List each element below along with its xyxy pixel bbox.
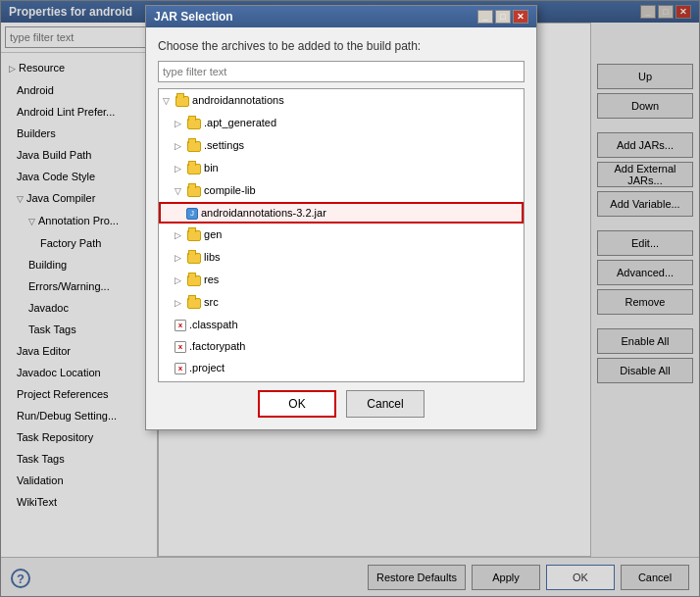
factorypath-icon: x — [175, 341, 186, 353]
expand-arrow: ▷ — [175, 294, 184, 312]
folder-icon — [187, 119, 201, 129]
modal-filter-input[interactable] — [158, 61, 525, 82]
tree-node-compile-lib[interactable]: ▽ compile-lib — [159, 179, 524, 202]
folder-icon — [187, 141, 201, 152]
tree-node-res[interactable]: ▷ res — [159, 269, 524, 291]
jar-file-icon: J — [186, 208, 198, 220]
expand-arrow: ▷ — [175, 249, 184, 267]
project-icon: x — [175, 363, 186, 374]
modal-body: Choose the archives to be added to the b… — [146, 27, 536, 429]
tree-node-settings[interactable]: ▷ .settings — [159, 134, 524, 157]
modal-cancel-button[interactable]: Cancel — [346, 390, 425, 418]
expand-arrow: ▷ — [175, 160, 184, 177]
tree-node-root[interactable]: ▽ androidannotations — [159, 89, 524, 112]
expand-arrow: ▽ — [175, 182, 184, 200]
modal-overlay: JAR Selection _ □ ✕ Choose the archives … — [0, 0, 700, 597]
modal-description: Choose the archives to be added to the b… — [158, 39, 525, 53]
modal-buttons: OK Cancel — [158, 382, 525, 422]
tree-node-apt-generated[interactable]: ▷ .apt_generated — [159, 112, 524, 134]
modal-minimize-button[interactable]: _ — [477, 10, 493, 24]
folder-icon — [187, 230, 201, 241]
folder-icon — [187, 253, 201, 264]
modal-maximize-button[interactable]: □ — [495, 10, 511, 24]
folder-icon — [187, 275, 201, 286]
modal-file-tree: ▽ androidannotations ▷ .apt_generated ▷ … — [158, 88, 525, 382]
modal-win-controls: _ □ ✕ — [477, 10, 528, 24]
classpath-icon: x — [175, 320, 186, 331]
tree-node-classpath[interactable]: x.classpath — [159, 314, 524, 335]
folder-icon — [187, 186, 201, 197]
jar-selection-dialog: JAR Selection _ □ ✕ Choose the archives … — [145, 5, 537, 430]
folder-icon — [175, 96, 189, 107]
tree-node-factorypath[interactable]: x.factorypath — [159, 335, 524, 357]
modal-title: JAR Selection — [154, 10, 233, 24]
tree-node-libs[interactable]: ▷ libs — [159, 246, 524, 269]
tree-node-jar-file[interactable]: Jandroidannotations-3.2.jar — [159, 202, 524, 224]
tree-node-androidmanifest[interactable]: XAndroidManifest.xml — [159, 378, 524, 382]
modal-titlebar: JAR Selection _ □ ✕ — [146, 6, 536, 27]
modal-ok-button[interactable]: OK — [258, 390, 336, 418]
modal-close-button[interactable]: ✕ — [513, 10, 528, 24]
expand-arrow: ▷ — [175, 272, 184, 289]
expand-arrow: ▷ — [175, 115, 184, 132]
folder-icon — [187, 298, 201, 309]
expand-arrow: ▽ — [163, 92, 173, 110]
tree-node-gen[interactable]: ▷ gen — [159, 224, 524, 246]
expand-arrow: ▷ — [175, 137, 184, 155]
folder-icon — [187, 164, 201, 174]
tree-node-src[interactable]: ▷ src — [159, 291, 524, 314]
expand-arrow: ▷ — [175, 226, 184, 244]
tree-node-project[interactable]: x.project — [159, 357, 524, 378]
tree-node-bin[interactable]: ▷ bin — [159, 157, 524, 179]
